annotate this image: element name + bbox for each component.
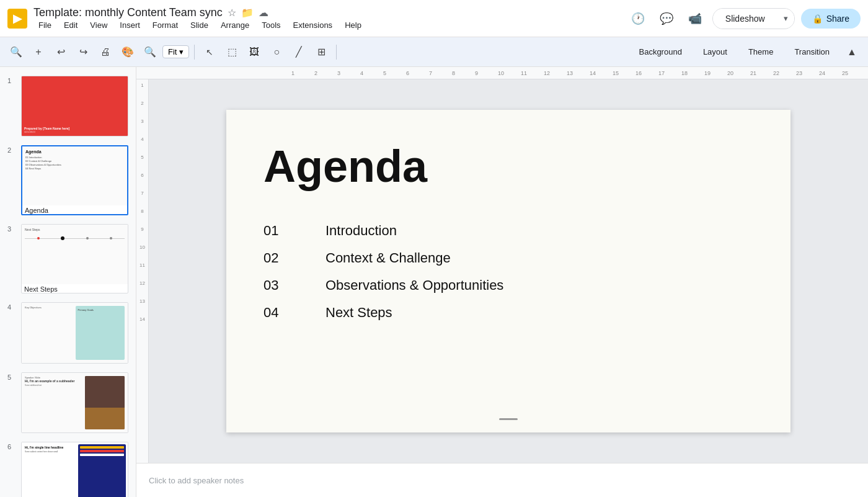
ruler-mark-23: 23	[796, 70, 819, 76]
vruler-13: 13	[140, 298, 145, 304]
vruler-9: 9	[141, 226, 143, 232]
slide-thumb-1[interactable]: 1 Prepared by [Team Name here] 3/21/2023	[5, 73, 131, 139]
history-button[interactable]: 🕐	[627, 7, 649, 30]
menu-edit[interactable]: Edit	[59, 19, 82, 31]
ruler-mark-1: 1	[291, 70, 314, 76]
menu-format[interactable]: Format	[148, 19, 183, 31]
menu-slide[interactable]: Slide	[185, 19, 213, 31]
agenda-text-2: Context & Challenge	[326, 250, 451, 266]
slide-3-label: Next Steps	[22, 284, 128, 293]
slide-thumb-6[interactable]: 6 Hi, I'm single line headline Some subt…	[5, 439, 131, 497]
folder-icon[interactable]: 📁	[241, 7, 254, 19]
vertical-ruler: 1 2 3 4 5 6 7 8 9 10 11 12 13 14	[136, 79, 149, 463]
ruler-mark-5: 5	[383, 70, 406, 76]
slideshow-dropdown-button[interactable]: ▾	[777, 9, 794, 28]
slide-preview-6: Hi, I'm single line headline Some subtex…	[22, 442, 128, 497]
toolbar: 🔍 + ↩ ↪ 🖨 🎨 🔍 Fit ▾ ↖ ⬚ 🖼 ○ ╱ ⊞ Backgrou…	[0, 37, 868, 67]
slide-preview-2: Agenda 01 Introduction 02 Context & Chal…	[22, 146, 127, 205]
extra-button[interactable]: ⊞	[311, 42, 331, 62]
menu-tools[interactable]: Tools	[257, 19, 285, 31]
shape-button[interactable]: ○	[267, 42, 286, 62]
slide-6-badge-3	[80, 454, 124, 456]
paint-format-button[interactable]: 🎨	[118, 42, 138, 62]
share-button[interactable]: 🔒 Share	[801, 9, 861, 29]
vruler-1: 1	[141, 83, 143, 88]
menu-file[interactable]: File	[33, 19, 56, 31]
cloud-icon: ☁	[259, 7, 268, 19]
slide-6-right	[78, 444, 126, 497]
slide-4-label: Key Objectives	[25, 306, 74, 309]
slide-thumbnail-3[interactable]: Next Steps	[21, 224, 128, 293]
redo-button[interactable]: ↪	[73, 42, 93, 62]
slide-and-ruler: 1 2 3 4 5 6 7 8 9 10 11 12 13 14	[136, 79, 868, 463]
title-bar: ▶ Template: monthly Content Team sync ☆ …	[0, 0, 868, 37]
agenda-num-1: 01	[264, 223, 288, 239]
slide-thumb-4[interactable]: 4 Key Objectives Primary Goals	[5, 300, 131, 365]
ruler-mark-25: 25	[842, 70, 865, 76]
image-button[interactable]: 🖼	[244, 42, 264, 62]
horizontal-ruler: 1 2 3 4 5 6 7 8 9 10 11 12 13 14 15 16 1…	[136, 67, 868, 79]
main-slide[interactable]: Agenda 01 Introduction 02 Context & Chal…	[226, 110, 790, 432]
slide-6-left: Hi, I'm single line headline Some subtex…	[22, 442, 76, 497]
menu-view[interactable]: View	[85, 19, 112, 31]
print-button[interactable]: 🖨	[95, 42, 115, 62]
toolbar-divider-1	[194, 45, 195, 60]
agenda-item-3[interactable]: 03 Observations & Opportunities	[264, 277, 753, 293]
agenda-item-2[interactable]: 02 Context & Challenge	[264, 250, 753, 266]
agenda-num-4: 04	[264, 305, 288, 321]
slide-2-item-2: 02 Context & Challenge	[25, 159, 124, 163]
slide-thumbnail-6[interactable]: Hi, I'm single line headline Some subtex…	[21, 442, 128, 497]
vruler-2: 2	[141, 101, 143, 106]
slide-thumbnail-4[interactable]: Key Objectives Primary Goals	[21, 302, 128, 363]
agenda-text-1: Introduction	[326, 223, 397, 239]
menu-insert[interactable]: Insert	[115, 19, 145, 31]
menu-help[interactable]: Help	[340, 19, 366, 31]
ruler-mark-18: 18	[681, 70, 704, 76]
agenda-text-3: Observations & Opportunities	[326, 277, 503, 293]
title-text-area: Template: monthly Content Team sync ☆ 📁 …	[33, 6, 366, 31]
search-button[interactable]: 🔍	[6, 42, 26, 62]
slide-thumb-3[interactable]: 3 Next Steps	[5, 222, 131, 296]
slide-1-content: Prepared by [Team Name here] 3/21/2023	[22, 76, 128, 136]
meet-button[interactable]: 📹	[684, 7, 706, 30]
canvas-wrapper[interactable]: Agenda 01 Introduction 02 Context & Chal…	[149, 79, 868, 463]
slideshow-button[interactable]: Slideshow	[713, 9, 777, 29]
slide-main-title[interactable]: Agenda	[264, 141, 753, 192]
slide-num-6: 6	[7, 442, 16, 450]
slide-thumb-5[interactable]: 5 Speaker Slide Hi, I'm an example of a …	[5, 370, 131, 436]
vruler-5: 5	[141, 154, 143, 160]
slide-6-badge-2	[80, 450, 124, 452]
line-button[interactable]: ╱	[289, 42, 309, 62]
agenda-item-4[interactable]: 04 Next Steps	[264, 305, 753, 321]
title-left: ▶ Template: monthly Content Team sync ☆ …	[7, 6, 366, 31]
ruler-mark-3: 3	[337, 70, 360, 76]
agenda-item-1[interactable]: 01 Introduction	[264, 223, 753, 239]
slide-thumbnail-1[interactable]: Prepared by [Team Name here] 3/21/2023	[21, 76, 128, 137]
slide-num-2: 2	[7, 145, 16, 154]
star-icon[interactable]: ☆	[228, 7, 236, 19]
notes-placeholder[interactable]: Click to add speaker notes	[149, 476, 244, 485]
layout-button[interactable]: Layout	[694, 44, 736, 60]
vruler-11: 11	[140, 262, 145, 268]
selection-button[interactable]: ⬚	[222, 42, 242, 62]
transition-button[interactable]: Transition	[786, 44, 838, 60]
notes-area[interactable]: Click to add speaker notes	[136, 463, 868, 497]
collapse-toolbar-button[interactable]: ▲	[842, 42, 862, 62]
background-button[interactable]: Background	[630, 44, 690, 60]
slide-thumbnail-2[interactable]: Agenda 01 Introduction 02 Context & Chal…	[21, 145, 128, 215]
menu-extensions[interactable]: Extensions	[288, 19, 338, 31]
zoom-select[interactable]: Fit ▾	[162, 45, 189, 58]
undo-button[interactable]: ↩	[51, 42, 71, 62]
theme-button[interactable]: Theme	[740, 44, 782, 60]
vruler-10: 10	[140, 244, 145, 250]
zoom-in-button[interactable]: +	[29, 42, 48, 62]
slide-canvas[interactable]: Agenda 01 Introduction 02 Context & Chal…	[226, 110, 790, 432]
cursor-button[interactable]: ↖	[200, 42, 219, 62]
slide-thumbnail-5[interactable]: Speaker Slide Hi, I'm an example of a su…	[21, 372, 128, 433]
slide-4-left: Key Objectives	[25, 306, 74, 359]
comments-button[interactable]: 💬	[655, 7, 678, 30]
slide-thumb-2[interactable]: 2 Agenda 01 Introduction 02 Context & Ch…	[5, 143, 131, 218]
menu-arrange[interactable]: Arrange	[216, 19, 254, 31]
document-title[interactable]: Template: monthly Content Team sync	[33, 6, 223, 19]
zoom-level-button[interactable]: 🔍	[140, 42, 160, 62]
